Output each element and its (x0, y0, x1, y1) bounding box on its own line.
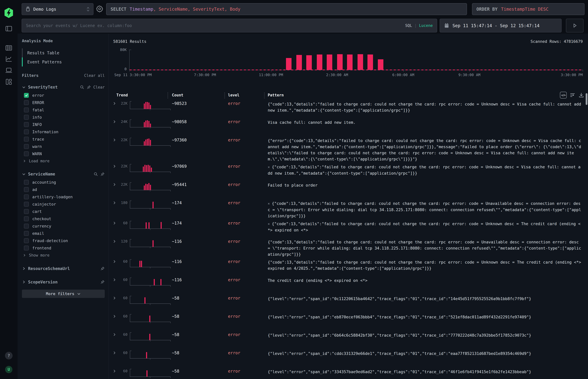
view-source-button[interactable]: </> (560, 92, 567, 98)
expand-chevron-icon[interactable] (111, 118, 118, 124)
resource-schema-url-group[interactable]: ResourceSchemaUrl (22, 265, 105, 272)
checkbox[interactable] (24, 129, 29, 134)
pattern-row[interactable]: 60~58error{"level":"error","span_id":"cd… (109, 349, 588, 367)
sessions-laptop-icon[interactable] (5, 67, 12, 74)
expand-chevron-icon[interactable] (111, 367, 118, 374)
expand-chevron-icon[interactable] (111, 276, 118, 283)
expand-chevron-icon[interactable] (111, 199, 118, 205)
service-option-currency[interactable]: currency (22, 222, 105, 230)
clear-all-button[interactable]: Clear all (84, 73, 105, 78)
help-button[interactable]: ? (5, 352, 13, 359)
expand-chevron-icon[interactable] (111, 99, 118, 106)
service-group-header[interactable]: ServiceName (22, 172, 105, 176)
checkbox[interactable] (24, 115, 29, 120)
pattern-row[interactable]: 60~174error×{"code":13,"details":"failed… (109, 219, 588, 237)
checkbox[interactable] (24, 224, 29, 229)
app-logo[interactable] (4, 8, 14, 18)
service-option-cainjector[interactable]: cainjector (22, 201, 105, 208)
histogram-bar-2:15 AM[interactable] (337, 54, 343, 70)
histogram-plot[interactable] (129, 50, 583, 70)
pin-icon[interactable] (100, 280, 105, 284)
checkbox[interactable] (24, 194, 29, 199)
scope-version-group[interactable]: ScopeVersion (22, 278, 105, 286)
wrap-lines-icon[interactable] (570, 92, 575, 98)
expand-chevron-icon[interactable] (111, 180, 118, 187)
expand-chevron-icon[interactable] (111, 312, 118, 319)
histogram-bar-3:45 AM[interactable] (368, 54, 373, 70)
checkbox[interactable] (24, 144, 29, 149)
histogram-bar-12:45 AM[interactable] (306, 55, 312, 70)
dashboards-icon[interactable] (5, 79, 12, 85)
checkbox[interactable] (24, 209, 29, 214)
search-icon[interactable] (94, 172, 98, 176)
severity-load-more[interactable]: Load more (22, 157, 105, 165)
time-range-picker[interactable]: Sep 11 15:47:14 - Sep 12 15:47:14 (440, 19, 562, 32)
severity-option-fatal[interactable]: fatal (22, 106, 105, 113)
pin-icon[interactable] (100, 266, 105, 271)
pattern-row[interactable]: 22K~95441errorFailed to place order (109, 180, 588, 199)
service-option-frontend[interactable]: frontend (22, 244, 105, 252)
pin-icon[interactable] (87, 85, 91, 89)
pattern-row[interactable]: 60~116error{"code":13,"details":"failed … (109, 257, 588, 276)
histogram-bar-11:45 PM[interactable] (286, 58, 292, 70)
checkbox[interactable] (24, 246, 29, 251)
service-option-ad[interactable]: ad (22, 186, 105, 193)
expand-chevron-icon[interactable] (111, 219, 118, 226)
search-logs-icon[interactable] (5, 45, 12, 51)
pin-icon[interactable] (100, 172, 105, 176)
checkbox[interactable] (24, 93, 29, 98)
run-query-button[interactable] (566, 19, 584, 32)
pattern-row[interactable]: 120~116error{"code":13,"details":"failed… (109, 237, 588, 257)
severity-option-INFO[interactable]: INFO (22, 121, 105, 128)
settings-gear-icon[interactable] (96, 5, 103, 13)
mode-event-patterns[interactable]: Event Patterns (22, 57, 105, 66)
expand-chevron-icon[interactable] (111, 162, 118, 169)
download-icon[interactable] (578, 92, 584, 98)
service-option-email[interactable]: email (22, 230, 105, 237)
select-query-input[interactable]: SELECT Timestamp , ServiceName, Severity… (106, 3, 467, 15)
severity-clear-button[interactable]: Clear (93, 85, 105, 89)
severity-option-trace[interactable]: trace (22, 135, 105, 143)
order-by-input[interactable]: ORDER BY TimestampTime DESC (472, 3, 585, 15)
pattern-row[interactable]: 60~58error{"level":"error","span_id":"eb… (109, 312, 588, 331)
service-option-accounting[interactable]: accounting (22, 178, 105, 186)
checkbox[interactable] (24, 108, 29, 112)
column-header-count[interactable]: Count (172, 93, 183, 97)
expand-chevron-icon[interactable] (111, 349, 118, 355)
expand-chevron-icon[interactable] (111, 257, 118, 264)
severity-option-error[interactable]: error (22, 92, 105, 99)
expand-chevron-icon[interactable] (111, 294, 118, 301)
pattern-row[interactable]: 60~58error{"level":"error","span_id":"33… (109, 367, 588, 379)
search-icon[interactable] (80, 85, 84, 89)
histogram-bar-1:45 AM[interactable] (327, 54, 332, 70)
pattern-row[interactable]: 180~174error×{"code":13,"details":"faile… (109, 199, 588, 219)
service-show-more[interactable]: Show more (22, 252, 105, 259)
pattern-row[interactable]: 60~116errorThe credit card (ending <*> e… (109, 276, 588, 294)
sql-mode-button[interactable]: SQL (405, 23, 412, 28)
severity-option-warn[interactable]: warn (22, 143, 105, 150)
checkbox[interactable] (24, 216, 29, 221)
checkbox[interactable] (24, 122, 29, 127)
service-option-artillery-loadgen[interactable]: artillery-loadgen (22, 193, 105, 201)
sidebar-toggle-icon[interactable] (5, 25, 12, 32)
expand-chevron-icon[interactable] (111, 136, 118, 142)
severity-group-header[interactable]: SeverityText Clear (22, 85, 105, 90)
pattern-row[interactable]: 24K~98058errorVisa cache full: cannot ad… (109, 118, 588, 136)
histogram-bar-3:15 AM[interactable] (357, 54, 363, 70)
service-option-checkout[interactable]: checkout (22, 215, 105, 222)
pattern-row[interactable]: 60~58error{"level":"error","span_id":"0c… (109, 294, 588, 312)
pattern-row[interactable]: 60~58error{"level":"error","span_id":"6b… (109, 331, 588, 349)
pattern-row[interactable]: 22K~97360error{"error":{"code":13,"detai… (109, 136, 588, 162)
source-select[interactable]: Demo Logs (22, 3, 93, 15)
service-option-fraud-detection[interactable]: fraud-detection (22, 237, 105, 244)
pattern-row[interactable]: 22K~98523error{"code":13,"details":"fail… (109, 99, 588, 118)
checkbox[interactable] (24, 231, 29, 236)
checkbox[interactable] (24, 238, 29, 243)
severity-option-Information[interactable]: Information (22, 128, 105, 135)
severity-option-info[interactable]: info (22, 113, 105, 121)
histogram-bar-12:15 AM[interactable] (296, 55, 302, 70)
checkbox[interactable] (24, 137, 29, 142)
column-header-pattern[interactable]: Pattern (268, 93, 284, 97)
checkbox[interactable] (24, 187, 29, 192)
user-avatar[interactable]: U (5, 366, 12, 373)
